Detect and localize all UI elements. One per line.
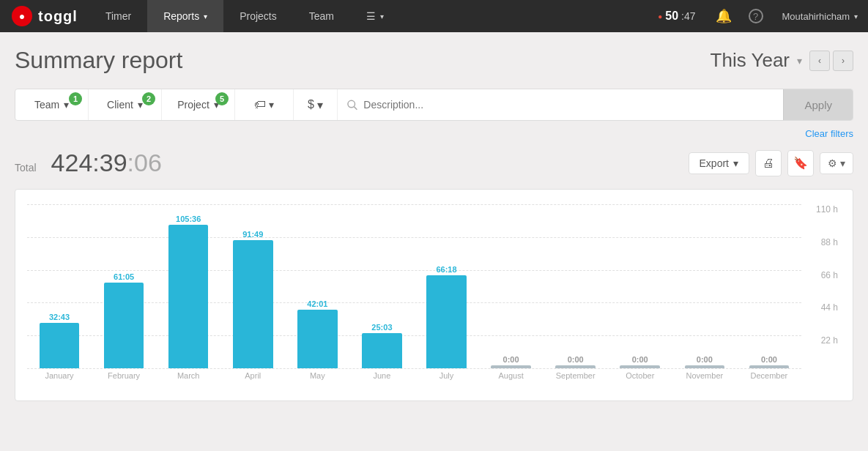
- bar-group[interactable]: 0:00: [479, 215, 544, 368]
- print-icon: 🖨: [763, 157, 774, 170]
- nav-projects[interactable]: Projects: [223, 0, 293, 32]
- filter-client[interactable]: 2 Client ▾: [89, 89, 162, 120]
- user-caret: ▾: [854, 12, 858, 20]
- total-time: 424:39:06: [51, 149, 162, 177]
- search-icon: [346, 99, 357, 111]
- period-selector: This Year ▾ ‹ ›: [711, 49, 853, 72]
- search-input[interactable]: [363, 99, 774, 111]
- bar[interactable]: [491, 365, 531, 368]
- bar-group[interactable]: 32:43: [27, 215, 92, 368]
- month-label: June: [349, 371, 414, 380]
- project-badge: 5: [215, 92, 229, 105]
- bar-group[interactable]: 0:00: [737, 215, 801, 368]
- bar[interactable]: [168, 225, 209, 368]
- bar-value-label: 0:00: [568, 355, 584, 364]
- bar[interactable]: [297, 310, 338, 368]
- period-next-button[interactable]: ›: [833, 51, 853, 71]
- timer-secondary: :47: [681, 10, 695, 22]
- tags-caret: ▾: [269, 99, 274, 111]
- nav-team[interactable]: Team: [293, 0, 350, 32]
- bookmark-button[interactable]: 🔖: [787, 150, 814, 176]
- y-axis-label: 88 h: [801, 237, 841, 247]
- totals-row: Total 424:39:06 Export ▾ 🖨 🔖 ⚙ ▾: [15, 149, 853, 177]
- y-axis-label: 22 h: [801, 335, 841, 346]
- help-button[interactable]: ?: [740, 0, 772, 32]
- bar[interactable]: [555, 365, 596, 368]
- tags-icon: 🏷: [254, 98, 266, 111]
- currency-icon: $: [308, 98, 314, 111]
- project-label: Project: [177, 99, 209, 111]
- logo-icon: ●: [12, 6, 32, 26]
- filter-search: [338, 99, 783, 111]
- bar-group[interactable]: 66:18: [414, 215, 478, 368]
- month-label: February: [92, 371, 156, 380]
- month-label: November: [672, 371, 737, 380]
- bookmark-icon: 🔖: [793, 156, 808, 170]
- bar[interactable]: [362, 333, 402, 368]
- total-time-main: 424:39: [51, 149, 127, 176]
- total-label: Total: [15, 162, 37, 174]
- notifications-button[interactable]: 🔔: [708, 0, 740, 32]
- bar-value-label: 25:03: [371, 323, 392, 332]
- filter-team[interactable]: 1 Team ▾: [15, 89, 89, 120]
- bar-group[interactable]: 0:00: [544, 215, 608, 368]
- month-label: December: [737, 371, 801, 380]
- client-badge: 2: [142, 92, 155, 105]
- bar[interactable]: [233, 240, 273, 368]
- user-menu[interactable]: Moutahirhicham ▾: [772, 0, 869, 32]
- bar-group[interactable]: 25:03: [349, 215, 414, 368]
- bar-group[interactable]: 0:00: [672, 215, 737, 368]
- bar[interactable]: [426, 275, 467, 368]
- bar[interactable]: [104, 283, 144, 368]
- timer-display: ● 50 :47: [646, 10, 707, 23]
- bar-group[interactable]: 91:49: [220, 215, 285, 368]
- help-icon: ?: [749, 9, 763, 23]
- month-label: April: [220, 371, 285, 380]
- filter-tags[interactable]: 🏷 ▾: [235, 89, 294, 120]
- month-label: July: [414, 371, 478, 380]
- bar-value-label: 91:49: [242, 230, 263, 239]
- clear-filters-link[interactable]: Clear filters: [805, 128, 853, 139]
- bar[interactable]: [620, 365, 660, 368]
- timer-dot: ●: [658, 12, 662, 20]
- gear-icon: ⚙: [828, 157, 837, 169]
- bar[interactable]: [749, 365, 790, 368]
- logo[interactable]: ● toggl: [0, 0, 89, 32]
- month-label: August: [479, 371, 544, 380]
- period-caret[interactable]: ▾: [797, 55, 802, 67]
- bar[interactable]: [685, 365, 725, 368]
- period-prev-button[interactable]: ‹: [809, 51, 830, 71]
- nav-reports[interactable]: Reports ▾: [147, 0, 223, 32]
- bar-group[interactable]: 61:05: [92, 215, 156, 368]
- total-time-dim: :06: [127, 149, 162, 176]
- user-name: Moutahirhicham: [782, 11, 850, 22]
- nav-timer[interactable]: Timer: [89, 0, 147, 32]
- header-row: Summary report This Year ▾ ‹ ›: [15, 47, 853, 74]
- team-label: Team: [34, 99, 59, 111]
- chart-settings-button[interactable]: ⚙ ▾: [820, 152, 853, 174]
- export-button[interactable]: Export ▾: [689, 152, 749, 174]
- hamburger-caret: ▾: [380, 12, 384, 20]
- month-label: March: [156, 371, 220, 380]
- bar-group[interactable]: 105:36: [156, 215, 220, 368]
- month-label: May: [285, 371, 349, 380]
- nav-hamburger[interactable]: ☰ ▾: [350, 0, 400, 32]
- totals-actions: Export ▾ 🖨 🔖 ⚙ ▾: [689, 150, 853, 176]
- filter-bar: 1 Team ▾ 2 Client ▾ 5 Project ▾ 🏷 ▾ $ ▾: [15, 89, 853, 121]
- apply-button[interactable]: Apply: [783, 89, 853, 121]
- period-nav: ‹ ›: [809, 51, 853, 71]
- bell-icon: 🔔: [716, 8, 732, 24]
- filter-project[interactable]: 5 Project ▾: [162, 89, 235, 120]
- export-caret: ▾: [733, 157, 738, 169]
- print-button[interactable]: 🖨: [755, 150, 782, 176]
- bar-value-label: 66:18: [436, 265, 456, 274]
- logo-text: toggl: [38, 8, 78, 25]
- svg-line-1: [355, 107, 357, 110]
- filter-currency[interactable]: $ ▾: [294, 89, 338, 120]
- bar-group[interactable]: 42:01: [285, 215, 349, 368]
- bar[interactable]: [40, 323, 80, 368]
- period-label: This Year: [711, 49, 790, 72]
- bar-group[interactable]: 0:00: [608, 215, 672, 368]
- y-axis-label: 66 h: [801, 270, 841, 280]
- bar-value-label: 32:43: [49, 313, 70, 321]
